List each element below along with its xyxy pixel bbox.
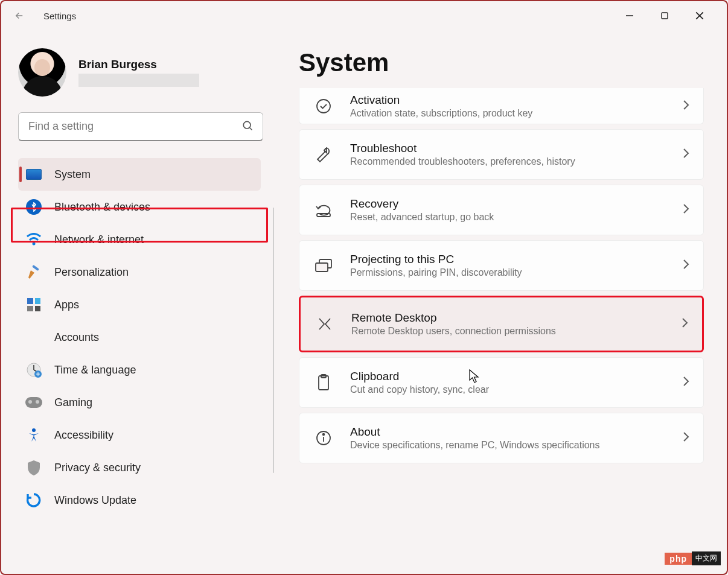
settings-cards: Activation Activation state, subscriptio…: [299, 88, 704, 463]
svg-line-3: [250, 128, 252, 130]
chevron-right-icon: [682, 375, 690, 390]
user-name: Brian Burgess: [78, 58, 199, 71]
sidebar: Brian Burgess System Bluetooth & devices: [1, 30, 272, 574]
card-subtitle: Remote Desktop users, connection permiss…: [351, 326, 665, 337]
card-title: About: [350, 425, 666, 439]
user-block[interactable]: Brian Burgess: [18, 48, 261, 97]
system-icon: [25, 166, 42, 183]
card-subtitle: Recommended troubleshooters, preferences…: [350, 156, 666, 167]
chevron-right-icon: [682, 258, 690, 273]
svg-point-9: [317, 100, 330, 113]
sidebar-item-accounts[interactable]: Accounts: [18, 321, 261, 354]
watermark-left: php: [665, 553, 692, 565]
scrollbar[interactable]: [273, 208, 274, 473]
windows-update-icon: [25, 492, 42, 509]
avatar: [18, 48, 66, 97]
side-nav: System Bluetooth & devices Network & int…: [18, 158, 261, 516]
svg-rect-5: [32, 265, 39, 271]
sidebar-item-label: Network & internet: [54, 233, 144, 246]
card-title: Troubleshoot: [350, 142, 666, 155]
minimize-button[interactable]: [621, 7, 639, 25]
sidebar-item-personalization[interactable]: Personalization: [18, 256, 261, 288]
card-title: Projecting to this PC: [350, 253, 666, 266]
card-remote-desktop[interactable]: Remote Desktop Remote Desktop users, con…: [299, 296, 704, 352]
activation-icon: [313, 98, 334, 115]
chevron-right-icon: [682, 431, 690, 445]
svg-point-4: [33, 243, 36, 246]
personalization-icon: [25, 264, 42, 281]
troubleshoot-icon: [313, 145, 334, 164]
about-icon: [313, 430, 334, 446]
accounts-icon: [25, 329, 42, 346]
svg-point-2: [243, 121, 251, 129]
bluetooth-icon: [25, 199, 42, 215]
card-title: Recovery: [350, 197, 666, 211]
sidebar-item-label: Accounts: [54, 331, 99, 344]
remote-desktop-icon: [314, 316, 336, 332]
sidebar-item-system[interactable]: System: [18, 158, 261, 191]
card-subtitle: Activation state, subscriptions, product…: [350, 108, 666, 119]
page-title: System: [299, 48, 704, 77]
card-title: Remote Desktop: [351, 311, 665, 325]
sidebar-item-privacy[interactable]: Privacy & security: [18, 451, 261, 484]
sidebar-item-label: Privacy & security: [54, 462, 141, 474]
card-clipboard[interactable]: Clipboard Cut and copy history, sync, cl…: [299, 357, 704, 408]
clipboard-icon: [313, 373, 334, 392]
svg-point-17: [323, 434, 325, 436]
watermark-right: 中文网: [692, 551, 721, 565]
apps-icon: [25, 296, 42, 313]
back-button[interactable]: [10, 6, 29, 25]
user-email-redacted: [78, 74, 199, 87]
content-area: System Activation Activation state, subs…: [272, 30, 727, 574]
card-title: Clipboard: [350, 370, 666, 383]
sidebar-item-accessibility[interactable]: Accessibility: [18, 419, 261, 451]
svg-point-8: [32, 428, 36, 432]
app-title: Settings: [43, 11, 76, 21]
sidebar-item-label: Bluetooth & devices: [54, 201, 150, 214]
card-subtitle: Cut and copy history, sync, clear: [350, 384, 666, 395]
gaming-icon: [25, 394, 42, 411]
privacy-icon: [25, 459, 42, 476]
card-recovery[interactable]: Recovery Reset, advanced startup, go bac…: [299, 185, 704, 235]
sidebar-item-gaming[interactable]: Gaming: [18, 386, 261, 419]
sidebar-item-label: Gaming: [54, 396, 92, 409]
sidebar-item-label: System: [54, 168, 91, 181]
search-wrap: [18, 112, 263, 141]
card-projecting[interactable]: Projecting to this PC Permissions, pairi…: [299, 240, 704, 291]
chevron-right-icon: [680, 317, 689, 331]
close-button[interactable]: [691, 7, 709, 25]
recovery-icon: [313, 202, 334, 218]
window-controls: [621, 7, 718, 25]
card-title: Activation: [350, 94, 666, 107]
svg-rect-1: [662, 13, 668, 19]
chevron-right-icon: [682, 147, 690, 162]
card-about[interactable]: About Device specifications, rename PC, …: [299, 413, 704, 463]
sidebar-item-label: Personalization: [54, 266, 129, 279]
sidebar-item-apps[interactable]: Apps: [18, 288, 261, 321]
sidebar-item-label: Windows Update: [54, 494, 136, 507]
watermark-badge: php 中文网: [665, 551, 721, 565]
maximize-button[interactable]: [656, 7, 674, 25]
time-language-icon: [25, 361, 42, 378]
sidebar-item-time-language[interactable]: Time & language: [18, 354, 261, 386]
titlebar: Settings: [1, 1, 727, 30]
chevron-right-icon: [682, 203, 690, 217]
sidebar-item-network[interactable]: Network & internet: [18, 223, 261, 256]
card-troubleshoot[interactable]: Troubleshoot Recommended troubleshooters…: [299, 129, 704, 180]
projecting-icon: [313, 258, 334, 273]
card-activation[interactable]: Activation Activation state, subscriptio…: [299, 88, 704, 124]
chevron-right-icon: [682, 99, 690, 113]
network-icon: [25, 231, 42, 248]
card-subtitle: Reset, advanced startup, go back: [350, 212, 666, 223]
sidebar-item-windows-update[interactable]: Windows Update: [18, 484, 261, 516]
sidebar-item-label: Time & language: [54, 364, 136, 376]
card-subtitle: Permissions, pairing PIN, discoverabilit…: [350, 267, 666, 278]
search-input[interactable]: [18, 112, 263, 141]
svg-rect-12: [316, 263, 328, 272]
sidebar-item-label: Apps: [54, 299, 79, 311]
search-icon: [241, 119, 254, 134]
sidebar-item-label: Accessibility: [54, 429, 113, 442]
sidebar-item-bluetooth[interactable]: Bluetooth & devices: [18, 191, 261, 223]
card-subtitle: Device specifications, rename PC, Window…: [350, 440, 666, 451]
accessibility-icon: [25, 427, 42, 443]
